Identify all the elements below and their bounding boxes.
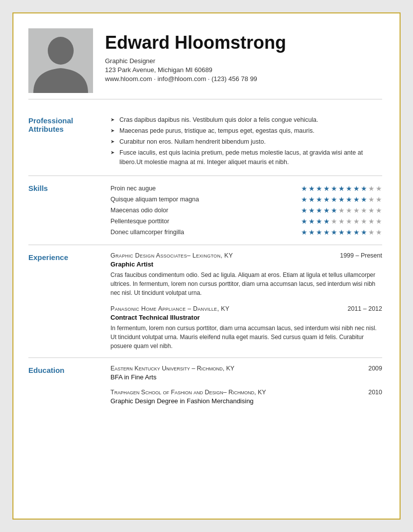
star-empty-icon: ★ — [376, 228, 382, 236]
star-filled-icon: ★ — [301, 217, 308, 225]
star-filled-icon: ★ — [331, 195, 337, 203]
exp-date: 2011 – 2012 — [347, 305, 382, 312]
star-filled-icon: ★ — [323, 228, 330, 236]
star-filled-icon: ★ — [301, 195, 308, 203]
skills-section: Skills Proin nec augue★★★★★★★★★★★Quisque… — [28, 176, 382, 245]
star-empty-icon: ★ — [368, 228, 375, 236]
star-filled-icon: ★ — [323, 195, 330, 203]
candidate-contact: www.hloom.com · info@hloom.com · (123) 4… — [105, 75, 382, 83]
star-filled-icon: ★ — [316, 195, 322, 203]
star-filled-icon: ★ — [323, 217, 330, 225]
star-filled-icon: ★ — [309, 217, 315, 225]
star-filled-icon: ★ — [301, 206, 308, 214]
exp-description: Cras faucibus condimentum odio. Sed ac l… — [110, 270, 382, 297]
experience-content: Graphic Design Associates– Lexington, KY… — [110, 252, 382, 351]
star-filled-icon: ★ — [338, 195, 345, 203]
star-filled-icon: ★ — [331, 206, 337, 214]
star-empty-icon: ★ — [346, 206, 352, 214]
skills-content: Proin nec augue★★★★★★★★★★★Quisque aliqua… — [110, 183, 382, 238]
exp-role: Graphic Artist — [110, 261, 382, 268]
attribute-item: Fusce iaculis, est quis lacinia pretium,… — [110, 148, 382, 166]
skill-name: Proin nec augue — [110, 183, 260, 194]
star-empty-icon: ★ — [346, 217, 352, 225]
star-filled-icon: ★ — [346, 184, 352, 192]
star-filled-icon: ★ — [301, 184, 308, 192]
exp-role: Contract Technical Illustrator — [110, 314, 382, 321]
star-filled-icon: ★ — [331, 228, 337, 236]
education-entry: Eastern Kentucky University – Richmond, … — [110, 365, 382, 381]
edu-year: 2009 — [368, 365, 382, 372]
edu-degree: Graphic Design Degree in Fashion Merchan… — [110, 397, 382, 405]
star-filled-icon: ★ — [316, 206, 322, 214]
candidate-address: 123 Park Avenue, Michigan MI 60689 — [105, 66, 382, 74]
skill-row: Donec ullamcorper fringilla★★★★★★★★★★★ — [110, 227, 382, 238]
star-filled-icon: ★ — [353, 195, 360, 203]
star-empty-icon: ★ — [353, 206, 360, 214]
star-filled-icon: ★ — [338, 228, 345, 236]
star-filled-icon: ★ — [346, 195, 352, 203]
professional-attributes-label: Professional Attributes — [28, 115, 110, 169]
star-empty-icon: ★ — [353, 217, 360, 225]
skills-table: Proin nec augue★★★★★★★★★★★Quisque aliqua… — [110, 183, 382, 238]
exp-date: 1999 – Present — [340, 252, 382, 259]
attribute-item: Cras dapibus dapibus nis. Vestibulum qui… — [110, 115, 382, 124]
header-info: Edward Hloomstrong Graphic Designer 123 … — [105, 28, 382, 83]
star-filled-icon: ★ — [309, 206, 315, 214]
star-empty-icon: ★ — [368, 217, 375, 225]
star-filled-icon: ★ — [316, 184, 322, 192]
education-content: Eastern Kentucky University – Richmond, … — [110, 365, 382, 405]
skill-rating: ★★★★★★★★★★★ — [260, 216, 382, 227]
star-empty-icon: ★ — [368, 184, 375, 192]
skill-name: Donec ullamcorper fringilla — [110, 227, 260, 238]
star-empty-icon: ★ — [361, 217, 367, 225]
exp-company: Panasonic Home Appliance – Danville, KY — [110, 305, 229, 312]
education-label: Education — [28, 365, 110, 405]
attribute-item: Curabitur non eros. Nullam hendrerit bib… — [110, 137, 382, 146]
star-filled-icon: ★ — [323, 184, 330, 192]
star-filled-icon: ★ — [353, 228, 360, 236]
candidate-name: Edward Hloomstrong — [105, 32, 382, 53]
professional-attributes-content: Cras dapibus dapibus nis. Vestibulum qui… — [110, 115, 382, 169]
resume-page: Edward Hloomstrong Graphic Designer 123 … — [12, 12, 401, 520]
star-filled-icon: ★ — [331, 184, 337, 192]
candidate-title: Graphic Designer — [105, 57, 382, 65]
skill-row: Quisque aliquam tempor magna★★★★★★★★★★★ — [110, 194, 382, 205]
star-empty-icon: ★ — [331, 217, 337, 225]
experience-label: Experience — [28, 252, 110, 351]
skill-rating: ★★★★★★★★★★★ — [260, 194, 382, 205]
exp-description: In fermentum, lorem non cursus porttitor… — [110, 324, 382, 351]
skills-label: Skills — [28, 183, 110, 238]
skill-name: Quisque aliquam tempor magna — [110, 194, 260, 205]
star-filled-icon: ★ — [301, 228, 308, 236]
star-filled-icon: ★ — [361, 228, 367, 236]
skill-name: Maecenas odio dolor — [110, 205, 260, 216]
star-filled-icon: ★ — [309, 228, 315, 236]
star-filled-icon: ★ — [361, 195, 367, 203]
edu-degree: BFA in Fine Arts — [110, 373, 382, 381]
star-empty-icon: ★ — [368, 206, 375, 214]
skill-row: Proin nec augue★★★★★★★★★★★ — [110, 183, 382, 194]
skill-rating: ★★★★★★★★★★★ — [260, 183, 382, 194]
attributes-list: Cras dapibus dapibus nis. Vestibulum qui… — [110, 115, 382, 167]
star-filled-icon: ★ — [309, 184, 315, 192]
experience-entry: Panasonic Home Appliance – Danville, KY2… — [110, 305, 382, 351]
star-empty-icon: ★ — [361, 206, 367, 214]
star-filled-icon: ★ — [309, 195, 315, 203]
education-section: Education Eastern Kentucky University – … — [28, 358, 382, 412]
edu-school: Eastern Kentucky University – Richmond, … — [110, 365, 234, 372]
star-empty-icon: ★ — [368, 195, 375, 203]
star-empty-icon: ★ — [338, 206, 345, 214]
experience-entry: Graphic Design Associates– Lexington, KY… — [110, 252, 382, 297]
avatar — [28, 28, 93, 93]
edu-year: 2010 — [368, 389, 382, 396]
star-empty-icon: ★ — [376, 184, 382, 192]
star-filled-icon: ★ — [323, 206, 330, 214]
svg-point-1 — [48, 37, 74, 65]
star-filled-icon: ★ — [338, 184, 345, 192]
skill-name: Pellentesque porttitor — [110, 216, 260, 227]
education-entry: Traphagen School of Fashion and Design– … — [110, 389, 382, 405]
edu-school: Traphagen School of Fashion and Design– … — [110, 389, 266, 396]
star-empty-icon: ★ — [376, 206, 382, 214]
star-filled-icon: ★ — [316, 217, 322, 225]
star-empty-icon: ★ — [376, 195, 382, 203]
